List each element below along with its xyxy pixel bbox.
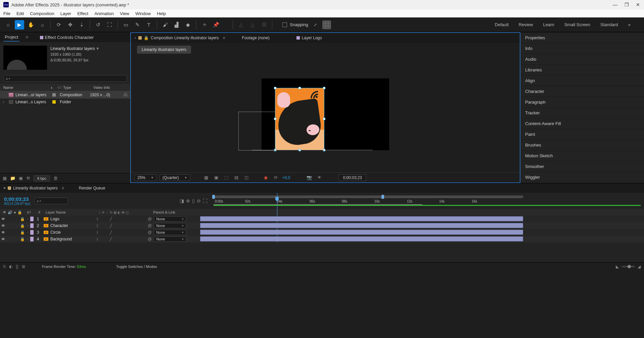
workspace-standard[interactable]: Standard <box>600 22 618 27</box>
tab-project[interactable]: Project <box>3 33 19 42</box>
panel-libraries[interactable]: Libraries <box>520 65 644 75</box>
panel-smoother[interactable]: Smoother <box>520 161 644 172</box>
close-button[interactable]: ✕ <box>635 2 641 7</box>
menu-view[interactable]: View <box>120 11 129 16</box>
pickwhip-icon[interactable]: @ <box>148 223 152 228</box>
layer-row[interactable]: 👁🔒 › 1 Ai Logo ᚱ╱ @None▾ <box>0 216 644 222</box>
zoom-out-icon[interactable]: ◣ <box>616 264 619 269</box>
comp-mini-flowchart-icon[interactable]: ◨ <box>180 198 184 204</box>
layer-color-swatch[interactable] <box>30 237 34 241</box>
parent-dropdown[interactable]: None▾ <box>154 223 186 228</box>
region-icon[interactable]: ⬚ <box>223 175 230 180</box>
exposure-value[interactable]: +0,0 <box>282 175 290 180</box>
workspace-learn[interactable]: Learn <box>543 22 554 27</box>
3d-mode-b[interactable]: △ <box>248 20 257 30</box>
visibility-column-icon[interactable]: 👁 <box>3 210 6 215</box>
solo-column-icon[interactable]: ● <box>14 210 16 215</box>
reset-exposure-icon[interactable]: ⟳ <box>272 175 280 180</box>
col-type-header[interactable]: Type <box>63 86 93 90</box>
panel-menu-icon[interactable]: ≡ <box>223 36 225 40</box>
tag-icon[interactable]: 🏷 <box>57 86 61 90</box>
menu-edit[interactable]: Edit <box>16 11 24 16</box>
workspace-review[interactable]: Review <box>519 22 533 27</box>
clone-tool[interactable]: ▟ <box>172 20 181 30</box>
color-management-icon[interactable]: ◉ <box>262 175 270 180</box>
audio-column-icon[interactable]: 🔊 <box>8 210 12 215</box>
channel-icon[interactable]: ◫ <box>243 175 250 180</box>
visibility-toggle[interactable]: 👁 <box>0 224 6 228</box>
work-area-start-handle[interactable] <box>212 195 215 199</box>
minimize-button[interactable]: — <box>612 2 618 7</box>
home-tool[interactable]: ⌂ <box>3 20 13 30</box>
menu-help[interactable]: Help <box>157 11 166 16</box>
puppet-tool[interactable]: 📌 <box>211 20 221 30</box>
panel-audio[interactable]: Audio <box>520 54 644 65</box>
close-icon[interactable]: × <box>3 186 6 190</box>
parent-dropdown[interactable]: None▾ <box>154 230 186 235</box>
twirl-icon[interactable]: › <box>26 224 30 227</box>
close-icon[interactable]: × <box>134 36 136 40</box>
lock-toggle[interactable]: 🔒 <box>19 217 26 221</box>
roto-tool[interactable]: ✧ <box>200 20 209 30</box>
maximize-button[interactable]: ❐ <box>624 2 629 7</box>
pen-tool[interactable]: ✎ <box>133 20 142 30</box>
layer-bar[interactable] <box>200 216 523 221</box>
show-snapshot-icon[interactable]: 👁 <box>316 175 323 180</box>
project-item[interactable]: › Lineari...s Layers Folder <box>0 99 130 105</box>
adjust-icon[interactable]: ⚒ <box>26 176 30 181</box>
workspace-smallscreen[interactable]: Small Screen <box>564 22 590 27</box>
zoom-in-icon[interactable]: ◢ <box>638 264 641 269</box>
layer-name[interactable]: Background <box>50 237 94 241</box>
snapping-checkbox[interactable] <box>282 22 287 27</box>
lock-toggle[interactable]: 🔒 <box>19 230 26 235</box>
snapshot-icon[interactable]: 📷 <box>306 175 313 180</box>
layer-bar[interactable] <box>200 223 523 228</box>
3d-mode-c[interactable]: ☒ <box>259 20 269 30</box>
menu-file[interactable]: File <box>3 11 10 16</box>
3d-mode-a[interactable]: △ <box>236 20 246 30</box>
trash-icon[interactable]: 🗑 <box>53 176 58 181</box>
pickwhip-icon[interactable]: @ <box>148 237 152 241</box>
mask-icon[interactable]: ▣ <box>213 175 220 180</box>
panel-character[interactable]: Character <box>520 86 644 97</box>
search-input[interactable] <box>10 76 125 81</box>
tab-effect-controls[interactable]: Effect Controls Character <box>39 34 95 41</box>
layer-bar[interactable] <box>200 236 523 241</box>
new-folder-icon[interactable]: 📁 <box>10 176 15 181</box>
eraser-tool[interactable]: ◆ <box>183 20 193 30</box>
snap-collapse-icon[interactable]: ⛶ <box>322 20 331 29</box>
panel-wiggler[interactable]: Wiggler <box>520 172 644 183</box>
lock-icon[interactable]: 🔒 <box>144 36 149 40</box>
canvas[interactable] <box>131 56 520 172</box>
zoom-dropdown[interactable]: 25%▼ <box>134 174 157 181</box>
menu-animation[interactable]: Animation <box>94 11 114 16</box>
workspace-default[interactable]: Default <box>495 22 509 27</box>
orbit-tool[interactable]: ⟳ <box>54 20 63 30</box>
type-tool[interactable]: T <box>144 20 153 30</box>
menu-layer[interactable]: Layer <box>60 11 72 16</box>
panel-menu-icon[interactable]: ≡ <box>26 35 28 40</box>
panel-motion-sketch[interactable]: Motion Sketch <box>520 151 644 161</box>
pickwhip-icon[interactable]: @ <box>148 230 152 235</box>
shy-icon[interactable]: ▯ <box>192 198 195 204</box>
transparency-grid-icon[interactable]: ▦ <box>202 175 210 180</box>
layer-row[interactable]: 👁🔒 › 4 Ai Background ᚱ╱ @None▾ <box>0 236 644 242</box>
panel-menu-icon[interactable]: ≡ <box>62 186 64 190</box>
layer-selection[interactable] <box>275 88 324 150</box>
visibility-toggle[interactable]: 👁 <box>0 217 6 221</box>
layer-name[interactable]: Logo <box>50 217 94 221</box>
timeline-current-time[interactable]: 0;00;03;23 <box>4 196 30 202</box>
layer-color-swatch[interactable] <box>30 217 34 221</box>
interpret-icon[interactable]: ▦ <box>3 176 7 181</box>
twirl-icon[interactable]: › <box>26 217 30 221</box>
visibility-toggle[interactable]: 👁 <box>0 237 6 241</box>
lock-toggle[interactable]: 🔒 <box>19 237 26 241</box>
twirl-icon[interactable]: › <box>26 237 30 241</box>
workspace-overflow[interactable]: » <box>628 22 631 27</box>
panel-paragraph[interactable]: Paragraph <box>520 97 644 108</box>
layer-row[interactable]: 👁🔒 › 3 Ai Circle ᚱ╱ @None▾ <box>0 229 644 236</box>
tab-footage[interactable]: Footage (none) <box>242 36 270 40</box>
tab-timeline-comp[interactable]: × Linearity illustrator layers ≡ <box>3 186 64 190</box>
zoom-tool[interactable]: ⌕ <box>38 20 47 30</box>
toggle-switches-modes[interactable]: Toggle Switches / Modes <box>116 265 157 269</box>
